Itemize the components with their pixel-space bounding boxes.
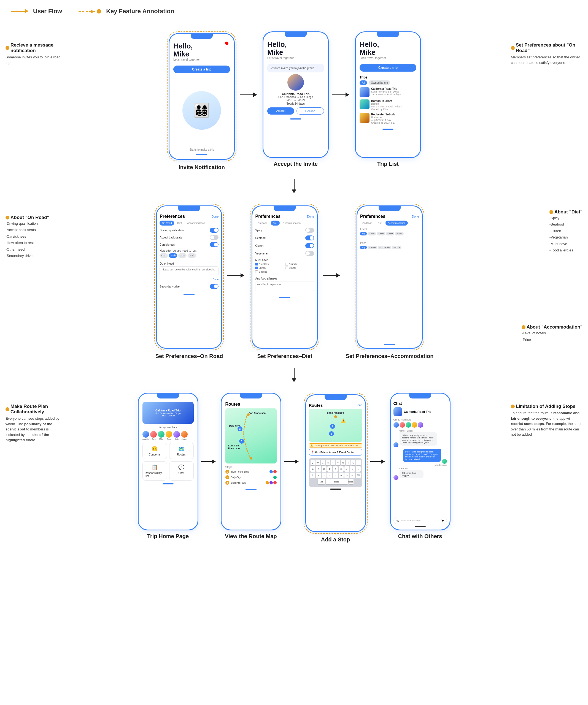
price-100-200[interactable]: $100-$200 bbox=[378, 246, 391, 249]
pref-tab-acc-2[interactable]: Accommodation bbox=[281, 221, 303, 226]
send-icon[interactable]: ➤ bbox=[441, 518, 445, 523]
key-r[interactable]: R bbox=[326, 460, 330, 465]
hello-title-1: Hello,Mike bbox=[173, 42, 230, 58]
toggle-vegetarian[interactable] bbox=[305, 251, 314, 256]
phone-route-map: Routes San Francisco 2 Daly City 3 bbox=[221, 393, 281, 530]
toggle-gluten[interactable] bbox=[305, 243, 314, 248]
ann-dot-2 bbox=[511, 46, 515, 50]
must-lunch[interactable]: Lunch bbox=[255, 267, 284, 269]
label-allergies: Any food allergies bbox=[255, 277, 314, 280]
key-123[interactable]: 123 bbox=[318, 479, 325, 484]
about-onroad-list: -Driving qualification -Accept back seat… bbox=[5, 220, 49, 259]
key-a[interactable]: A bbox=[310, 466, 315, 472]
pref-tab-onroad-3[interactable]: On Road bbox=[360, 221, 374, 226]
tab-owned[interactable]: Owned by me bbox=[369, 81, 390, 85]
ann-dot-7 bbox=[511, 405, 515, 409]
chat-input[interactable]: Send your message... bbox=[401, 519, 440, 522]
key-g[interactable]: G bbox=[333, 466, 338, 472]
key-u[interactable]: U bbox=[341, 460, 346, 465]
key-h[interactable]: H bbox=[338, 466, 344, 472]
rest-opt-3-4h[interactable]: 3-4h bbox=[188, 253, 196, 258]
key-l[interactable]: L bbox=[356, 466, 361, 472]
key-i[interactable]: I bbox=[346, 460, 351, 465]
caption-invite-notification: Invite Notification bbox=[179, 164, 225, 171]
key-j[interactable]: J bbox=[345, 466, 349, 472]
key-q[interactable]: Q bbox=[311, 460, 315, 465]
pref-done-acc[interactable]: Done bbox=[412, 215, 419, 218]
trip-thumb-3 bbox=[360, 113, 369, 123]
key-w[interactable]: W bbox=[316, 460, 320, 465]
other-need-textarea[interactable]: Please turn down the volume while I am s… bbox=[160, 266, 219, 276]
key-shift[interactable]: ⇧ bbox=[310, 473, 315, 478]
toggle-secondary[interactable] bbox=[210, 284, 219, 289]
key-z[interactable]: Z bbox=[316, 473, 321, 478]
key-m[interactable]: M bbox=[350, 473, 355, 478]
phone-notch-6 bbox=[378, 206, 401, 211]
star-2[interactable]: 2-star bbox=[368, 232, 376, 235]
key-d[interactable]: D bbox=[322, 466, 327, 472]
create-trip-btn[interactable]: Create a trip bbox=[173, 65, 230, 73]
price-200plus[interactable]: $200 + bbox=[392, 246, 402, 249]
pref-tab-acc-3[interactable]: Accommodation bbox=[386, 221, 408, 226]
pref-tab-diet-1[interactable]: Diet bbox=[175, 221, 184, 226]
rest-opt-1h[interactable]: < 1h bbox=[160, 253, 168, 258]
price-any[interactable]: Any bbox=[360, 246, 367, 249]
key-v[interactable]: V bbox=[333, 473, 338, 478]
pref-tab-acc-1[interactable]: Accommodation bbox=[185, 221, 208, 226]
must-snacks[interactable]: Snacks bbox=[255, 271, 284, 273]
must-dinner[interactable]: Dinner bbox=[285, 267, 314, 269]
star-3[interactable]: 3-star bbox=[377, 232, 385, 235]
pref-tab-onroad-2[interactable]: On Road bbox=[255, 221, 269, 226]
card-concerns[interactable]: 😊 Concerns bbox=[142, 443, 167, 459]
emoji-icon[interactable]: ☺️ bbox=[396, 518, 400, 523]
key-y[interactable]: Y bbox=[336, 460, 340, 465]
allergies-textarea[interactable]: I'm allergic to peanuts. bbox=[255, 281, 314, 291]
key-return[interactable]: return bbox=[349, 479, 354, 484]
key-o[interactable]: O bbox=[351, 460, 356, 465]
decline-btn[interactable]: Decline bbox=[297, 107, 324, 114]
key-space[interactable]: space bbox=[326, 479, 348, 484]
pref-tab-onroad[interactable]: On Road bbox=[160, 221, 174, 226]
pref-done-onroad[interactable]: Done bbox=[211, 215, 219, 218]
key-t[interactable]: T bbox=[331, 460, 335, 465]
rest-opt-1-2h[interactable]: 1-2h bbox=[169, 253, 177, 258]
add-stop-map-dot bbox=[334, 415, 337, 418]
accept-btn[interactable]: Accept bbox=[267, 107, 294, 114]
tab-all[interactable]: All bbox=[360, 81, 367, 85]
pref-tab-diet-3[interactable]: Diet bbox=[375, 221, 385, 226]
key-e[interactable]: E bbox=[321, 460, 325, 465]
key-del[interactable]: ⌫ bbox=[356, 473, 361, 478]
textarea-done[interactable]: Done bbox=[160, 278, 219, 281]
toggle-driving[interactable] bbox=[210, 228, 219, 233]
key-f[interactable]: F bbox=[327, 466, 332, 472]
chat-input-area[interactable]: ☺️ Send your message... ➤ bbox=[394, 517, 447, 524]
card-routes[interactable]: 🗺️ Routes bbox=[169, 443, 194, 459]
card-responsibility[interactable]: 📋 Responsibility List bbox=[142, 461, 167, 480]
home-grid: 😊 Concerns 🗺️ Routes 📋 Responsibility Li… bbox=[142, 443, 194, 480]
key-b[interactable]: B bbox=[338, 473, 344, 478]
indicator-4 bbox=[183, 294, 194, 295]
pref-tab-diet-2[interactable]: Diet bbox=[271, 221, 280, 226]
add-stop-done[interactable]: Done bbox=[356, 404, 362, 407]
toggle-backseats[interactable] bbox=[210, 235, 219, 240]
key-p[interactable]: P bbox=[356, 460, 361, 465]
toggle-carsick[interactable] bbox=[210, 242, 219, 247]
toggle-spicy[interactable] bbox=[305, 228, 314, 233]
must-breakfast[interactable]: Breakfast bbox=[255, 263, 284, 266]
key-c[interactable]: C bbox=[327, 473, 332, 478]
search-result[interactable]: 📍 Cox Palace Arena & Event Center bbox=[309, 449, 362, 456]
toggle-seafood[interactable] bbox=[305, 235, 314, 240]
key-n[interactable]: N bbox=[345, 473, 349, 478]
key-x[interactable]: X bbox=[322, 473, 327, 478]
price-100[interactable]: < $100 bbox=[368, 246, 377, 249]
card-chat[interactable]: 💬 Chat bbox=[169, 461, 194, 480]
pref-done-diet[interactable]: Done bbox=[307, 215, 314, 218]
must-brunch[interactable]: Brunch bbox=[285, 263, 314, 266]
rest-opt-2-3h[interactable]: 2-3h bbox=[178, 253, 186, 258]
star-4[interactable]: 4-star bbox=[386, 232, 394, 235]
create-trip-btn-2[interactable]: Create a trip bbox=[360, 64, 416, 72]
star-any[interactable]: Any bbox=[360, 232, 367, 235]
star-5[interactable]: 5-star bbox=[395, 232, 403, 235]
key-s[interactable]: S bbox=[316, 466, 321, 472]
key-k[interactable]: K bbox=[350, 466, 355, 472]
